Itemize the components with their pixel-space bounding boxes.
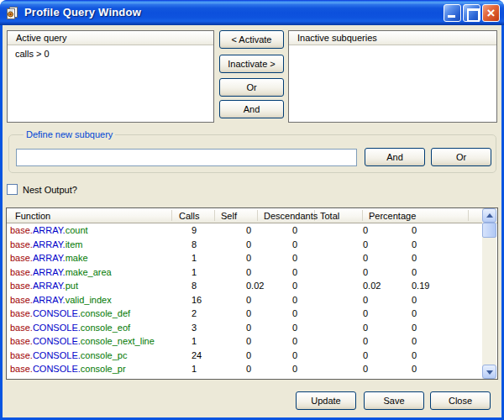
total-cell: 0 — [363, 266, 368, 278]
descendants-cell: 0 — [292, 294, 297, 306]
up-arrow-icon — [486, 213, 493, 218]
calls-cell: 1 — [192, 335, 197, 347]
function-package: base. — [10, 364, 33, 374]
titlebar[interactable]: Profile Query Window × — [0, 0, 504, 25]
header-separator — [257, 210, 258, 221]
total-cell: 0 — [363, 307, 368, 319]
scroll-down-icon[interactable] — [482, 365, 496, 379]
table-row[interactable]: base.ARRAY.make 1 0 0 0 0 — [7, 251, 481, 265]
column-header-descendants[interactable]: Descendants — [264, 210, 318, 222]
function-package: base. — [10, 253, 33, 263]
descendants-cell: 0 — [292, 349, 297, 361]
descendants-cell: 0 — [292, 239, 297, 250]
inactive-subqueries-list[interactable] — [289, 46, 496, 122]
activate-button[interactable]: < Activate — [219, 30, 284, 49]
function-class: ARRAY. — [33, 239, 66, 249]
descendants-cell: 0 — [292, 252, 297, 264]
app-document-icon — [6, 6, 19, 19]
or-transfer-button[interactable]: Or — [219, 78, 284, 97]
function-cell: base.ARRAY.make — [10, 252, 88, 264]
total-cell: 0 — [363, 252, 368, 264]
self-cell: 0 — [246, 349, 251, 361]
function-package: base. — [10, 267, 33, 277]
function-class: CONSOLE. — [33, 364, 81, 374]
table-row[interactable]: base.ARRAY.put 8 0.02 0 0.02 0.19 — [7, 279, 481, 293]
function-name: console_def — [81, 308, 130, 318]
total-cell: 0 — [363, 224, 368, 236]
function-package: base. — [10, 239, 33, 249]
self-cell: 0 — [246, 252, 251, 264]
header-separator — [214, 210, 215, 221]
function-package: base. — [10, 308, 33, 318]
function-cell: base.CONSOLE.console_pc — [10, 349, 127, 361]
table-row[interactable]: base.CONSOLE.console_def 2 0 0 0 0 — [7, 307, 481, 321]
function-cell: base.CONSOLE.console_next_line — [10, 335, 155, 347]
active-query-list[interactable]: calls > 0 — [8, 46, 213, 122]
table-row[interactable]: base.CONSOLE.console_pc 24 0 0 0 0 — [7, 349, 481, 363]
percentage-cell: 0 — [412, 322, 417, 333]
column-header-percentage[interactable]: Percentage — [369, 210, 416, 222]
self-cell: 0 — [246, 224, 251, 236]
table-row[interactable]: base.CONSOLE.console_next_line 1 0 0 0 0 — [7, 334, 481, 349]
descendants-cell: 0 — [292, 363, 297, 375]
function-name: console_pr — [81, 364, 126, 374]
column-header-function[interactable]: Function — [15, 210, 50, 222]
function-name: item — [66, 239, 83, 249]
dialog-client-area: Active query calls > 0 < Activate Inacti… — [3, 25, 501, 417]
percentage-cell: 0 — [412, 335, 417, 347]
header-separator — [362, 210, 363, 221]
header-separator — [468, 210, 469, 221]
self-cell: 0.02 — [246, 280, 264, 291]
function-cell: base.ARRAY.valid_index — [10, 294, 112, 306]
function-cell: base.CONSOLE.console_pr — [10, 363, 126, 375]
calls-cell: 8 — [192, 280, 197, 291]
total-cell: 0 — [363, 239, 368, 250]
percentage-cell: 0 — [412, 224, 417, 236]
down-arrow-icon — [486, 370, 493, 375]
calls-cell: 3 — [192, 322, 197, 333]
profile-query-window: Profile Query Window × Active query call… — [0, 0, 504, 420]
and-transfer-button[interactable]: And — [219, 100, 284, 118]
close-icon[interactable]: × — [482, 4, 500, 22]
function-cell: base.ARRAY.count — [10, 224, 88, 236]
calls-cell: 1 — [192, 363, 197, 375]
scroll-up-icon[interactable] — [482, 208, 496, 223]
calls-cell: 1 — [192, 252, 197, 264]
total-cell: 0 — [363, 349, 368, 361]
table-row[interactable]: base.ARRAY.valid_index 16 0 0 0 0 — [7, 293, 481, 307]
maximize-button[interactable] — [463, 4, 480, 22]
active-query-item[interactable]: calls > 0 — [8, 46, 213, 60]
function-name: make_area — [66, 267, 112, 277]
table-row[interactable]: base.CONSOLE.console_pr 1 0 0 0 0 — [7, 362, 481, 376]
nest-output-checkbox[interactable] — [7, 184, 18, 195]
minimize-button[interactable] — [444, 4, 461, 22]
column-header-calls[interactable]: Calls — [179, 210, 199, 222]
subquery-input[interactable] — [16, 149, 357, 166]
vertical-scrollbar[interactable] — [482, 208, 496, 379]
scrollbar-thumb[interactable] — [482, 223, 496, 238]
inactive-subqueries-header: Inactive subqueries — [289, 31, 496, 45]
update-button[interactable]: Update — [296, 391, 356, 410]
calls-cell: 16 — [192, 294, 202, 306]
column-header-self[interactable]: Self — [221, 210, 237, 222]
window-title: Profile Query Window — [24, 6, 141, 18]
close-button[interactable]: Close — [430, 391, 491, 410]
function-package: base. — [10, 336, 33, 346]
column-header-total[interactable]: Total — [320, 210, 339, 222]
inactivate-button[interactable]: Inactivate > — [219, 55, 284, 73]
save-button[interactable]: Save — [364, 391, 424, 410]
function-cell: base.CONSOLE.console_def — [10, 307, 130, 319]
percentage-cell: 0 — [412, 239, 417, 250]
table-row[interactable]: base.CONSOLE.console_eof 3 0 0 0 0 — [7, 321, 481, 335]
profile-results-table: Function Calls Self Descendants Total Pe… — [6, 207, 498, 380]
table-row[interactable]: base.ARRAY.count 9 0 0 0 0 — [7, 223, 481, 238]
subquery-or-button[interactable]: Or — [431, 148, 491, 166]
self-cell: 0 — [246, 266, 251, 278]
inactive-subqueries-panel: Inactive subqueries — [288, 30, 497, 123]
descendants-cell: 0 — [292, 335, 297, 347]
subquery-and-button[interactable]: And — [365, 148, 425, 166]
function-name: count — [66, 225, 88, 235]
table-row[interactable]: base.ARRAY.item 8 0 0 0 0 — [7, 238, 481, 252]
nest-output-label: Nest Output? — [23, 184, 77, 196]
table-row[interactable]: base.ARRAY.make_area 1 0 0 0 0 — [7, 265, 481, 280]
